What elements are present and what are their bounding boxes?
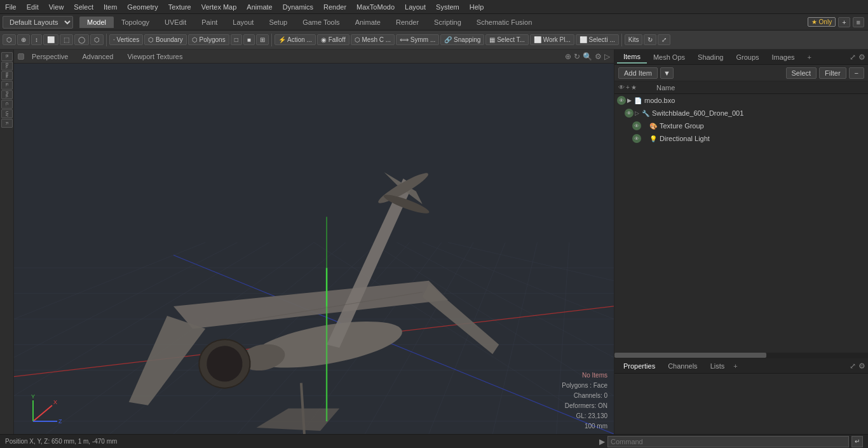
action-btn[interactable]: ⚡ Action ...	[275, 34, 316, 45]
col-icon-star[interactable]: ★	[631, 84, 637, 91]
item-row-light[interactable]: 👁 💡 Directional Light	[630, 132, 868, 145]
left-btn-1[interactable]: B.	[1, 52, 13, 61]
tool-hex[interactable]: ⬡	[3, 34, 16, 45]
p-gear-icon[interactable]: ⚙	[858, 362, 865, 370]
items-scrollbar[interactable]	[614, 353, 868, 358]
r-tab-images[interactable]: Images	[766, 51, 801, 63]
tool-select2[interactable]: ⬚	[60, 34, 73, 45]
menu-item[interactable]: Item	[98, 2, 122, 12]
menu-render[interactable]: Render	[318, 2, 351, 12]
symm-btn[interactable]: ⟺ Symm ...	[396, 34, 439, 45]
view-maximize-btn[interactable]: ⤢	[658, 34, 670, 45]
menu-geometry[interactable]: Geometry	[122, 2, 163, 12]
scroll-thumb[interactable]	[614, 353, 766, 358]
star-badge[interactable]: ★ Only	[808, 17, 836, 27]
r-tab-meshops[interactable]: Mesh Ops	[647, 51, 691, 63]
left-btn-pol[interactable]: Pol.	[1, 90, 13, 99]
left-btn-uv[interactable]: UV	[1, 109, 13, 118]
r-gear-icon[interactable]: ⚙	[858, 53, 865, 62]
tab-render[interactable]: Render	[388, 17, 426, 28]
command-input[interactable]	[607, 436, 849, 447]
tab-setup[interactable]: Setup	[261, 17, 295, 28]
r-tab-items[interactable]: Items	[617, 51, 647, 64]
p-tab-lists[interactable]: Lists	[704, 360, 731, 372]
p-tab-channels[interactable]: Channels	[661, 360, 703, 372]
kits-btn[interactable]: Kits	[625, 34, 643, 45]
left-btn-f[interactable]: F.	[1, 119, 13, 128]
tool-circle-cross[interactable]: ⊕	[17, 34, 30, 45]
tool-circle[interactable]: ◯	[74, 34, 89, 45]
menu-select[interactable]: Select	[69, 2, 98, 12]
left-btn-c[interactable]: C.	[1, 100, 13, 109]
item-vis-light[interactable]: 👁	[632, 134, 641, 143]
left-btn-duo[interactable]: Du.	[1, 62, 13, 71]
left-btn-e[interactable]: E.	[1, 81, 13, 90]
viewport-canvas[interactable]: No Items Polygons : Face Channels: 0 Def…	[14, 64, 614, 434]
viewport-dot[interactable]	[18, 53, 24, 60]
item-row-switchblade[interactable]: 👁 ▷ 🔧 Switchblade_600_Drone_001	[622, 107, 868, 119]
grid-btn[interactable]: ⊞	[256, 34, 269, 45]
square-btn[interactable]: □	[231, 34, 242, 45]
menu-layout[interactable]: Layout	[400, 2, 431, 12]
p-tab-plus[interactable]: +	[733, 362, 737, 370]
polygons-btn[interactable]: ⬡ Polygons	[188, 34, 229, 45]
menu-texture[interactable]: Texture	[163, 2, 196, 12]
vp-icon-3[interactable]: 🔍	[583, 52, 592, 61]
vp-icon-4[interactable]: ⚙	[595, 52, 602, 61]
tab-model[interactable]: Model	[79, 17, 114, 28]
left-btn-mesh[interactable]: Me.	[1, 71, 13, 80]
vp-icon-1[interactable]: ⊕	[565, 52, 571, 61]
filled-square-btn[interactable]: ■	[243, 34, 255, 45]
menu-edit[interactable]: Edit	[22, 2, 44, 12]
add-item-button[interactable]: Add Item	[618, 67, 658, 79]
menu-file[interactable]: File	[0, 2, 22, 12]
p-tab-properties[interactable]: Properties	[617, 360, 661, 372]
layout-dropdown[interactable]: Default Layouts	[3, 16, 73, 29]
tab-paint[interactable]: Paint	[194, 17, 225, 28]
vp-tab-perspective[interactable]: Perspective	[25, 51, 74, 62]
r-tab-plus[interactable]: +	[801, 51, 818, 63]
tab-schematic[interactable]: Schematic Fusion	[469, 17, 539, 28]
vp-icon-5[interactable]: ▷	[604, 52, 610, 61]
select-button[interactable]: Select	[786, 67, 817, 79]
item-vis-switchblade[interactable]: 👁	[625, 109, 634, 118]
tab-layout[interactable]: Layout	[225, 17, 261, 28]
tab-topology[interactable]: Topology	[114, 17, 157, 28]
items-minus-btn[interactable]: −	[849, 67, 864, 79]
vp-icon-2[interactable]: ↻	[574, 52, 580, 61]
r-expand-icon[interactable]: ⤢	[850, 53, 856, 62]
snapping-btn[interactable]: 🔗 Snapping	[440, 34, 484, 45]
menu-maxtomodo[interactable]: MaxToModo	[351, 2, 400, 12]
col-icon-eye[interactable]: 👁	[618, 84, 625, 91]
item-expand-modo[interactable]: ▶	[627, 97, 634, 104]
layout-plus-btn[interactable]: +	[838, 17, 850, 27]
menu-system[interactable]: System	[431, 2, 465, 12]
selecti-btn[interactable]: ⬜ Selecti ...	[576, 34, 619, 45]
r-tab-groups[interactable]: Groups	[729, 51, 765, 63]
meshc-btn[interactable]: ⬡ Mesh C ...	[351, 34, 395, 45]
tab-scripting[interactable]: Scripting	[426, 17, 469, 28]
vertices-btn[interactable]: · Vertices	[109, 34, 143, 45]
menu-help[interactable]: Help	[465, 2, 489, 12]
workpl-btn[interactable]: ⬜ Work Pl...	[530, 34, 574, 45]
menu-vertexmap[interactable]: Vertex Map	[196, 2, 242, 12]
p-expand-icon[interactable]: ⤢	[850, 362, 856, 370]
item-row-texture[interactable]: 👁 🎨 Texture Group	[630, 119, 868, 132]
tool-arrows[interactable]: ↕	[31, 34, 42, 45]
filter-button[interactable]: Filter	[819, 67, 846, 79]
tab-gametools[interactable]: Game Tools	[295, 17, 348, 28]
falloff-btn[interactable]: ◉ Falloff	[317, 34, 349, 45]
vp-tab-advanced[interactable]: Advanced	[76, 51, 119, 62]
item-vis-texture[interactable]: 👁	[632, 121, 641, 130]
item-expand-switchblade[interactable]: ▷	[635, 110, 641, 116]
menu-dynamics[interactable]: Dynamics	[278, 2, 318, 12]
item-row-modo[interactable]: 👁 ▶ 📄 modo.bxo	[614, 94, 868, 107]
tool-select-square[interactable]: ⬜	[43, 34, 58, 45]
vp-tab-textures[interactable]: Viewport Textures	[121, 51, 189, 62]
menu-view[interactable]: View	[44, 2, 69, 12]
r-tab-shading[interactable]: Shading	[691, 51, 729, 63]
view-rotate-btn[interactable]: ↻	[644, 34, 656, 45]
cmd-enter-btn[interactable]: ↵	[851, 436, 863, 447]
layout-settings-btn[interactable]: ≡	[853, 17, 864, 27]
menu-animate[interactable]: Animate	[241, 2, 277, 12]
